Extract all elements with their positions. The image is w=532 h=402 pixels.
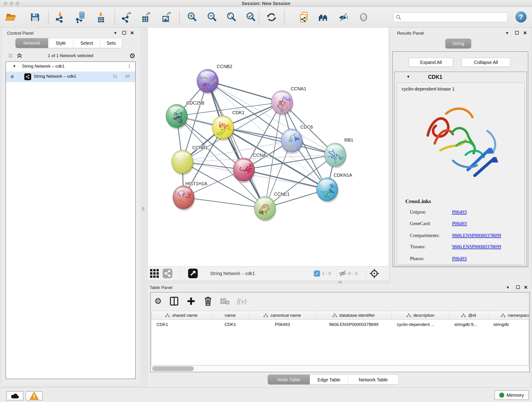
- collapse-all-button[interactable]: Collapse All: [462, 58, 510, 67]
- network-style-button[interactable]: [162, 267, 172, 280]
- graph-node-CDK1[interactable]: CDK1: [212, 110, 244, 141]
- node-label: CCNA1: [291, 86, 306, 91]
- tab-edge-table[interactable]: Edge Table: [310, 375, 348, 385]
- show-hide-graphics-button[interactable]: [337, 11, 350, 24]
- zoom-fit-button[interactable]: [225, 11, 238, 24]
- selected-checkbox[interactable]: ✓: [314, 267, 320, 280]
- column-header[interactable]: shared name: [152, 311, 211, 319]
- column-header[interactable]: description: [392, 311, 449, 319]
- horizontal-scrollbar[interactable]: [151, 365, 529, 372]
- column-header[interactable]: @id: [449, 311, 488, 319]
- zoom-in-button[interactable]: [186, 11, 198, 24]
- panel-close-icon[interactable]: ✕: [523, 31, 527, 35]
- tab-network[interactable]: Network: [16, 38, 48, 48]
- panel-float-icon[interactable]: [122, 31, 126, 35]
- graph-node-RB1[interactable]: RB1: [324, 138, 353, 169]
- tab-node-table[interactable]: Node Table: [268, 375, 310, 385]
- network-selected-info: 1 of 1 Network selected: [6, 53, 136, 58]
- preferred-layout-button[interactable]: [317, 11, 330, 24]
- crosslink-link[interactable]: P06493: [452, 221, 467, 226]
- clone-network-button[interactable]: [298, 11, 311, 24]
- panel-close-icon[interactable]: ✕: [524, 285, 528, 290]
- crosslink-link[interactable]: 9606.ENSP00000378699: [452, 244, 501, 249]
- tree-expand-icon[interactable]: ▼: [13, 64, 16, 68]
- tab-string[interactable]: String: [445, 39, 471, 48]
- create-column-button[interactable]: [185, 296, 197, 307]
- show-columns-button[interactable]: [168, 296, 180, 307]
- panel-close-icon[interactable]: ✕: [130, 31, 134, 35]
- zoom-out-button[interactable]: [206, 11, 218, 24]
- splitter-handle[interactable]: [142, 207, 144, 211]
- memory-button[interactable]: Memory: [494, 390, 529, 400]
- scrollbar-thumb[interactable]: [152, 366, 194, 371]
- node-table[interactable]: shared name name canonical name database…: [151, 311, 529, 365]
- string-network-graph[interactable]: CCNB2CCNA1CDC25BCDK1CDC6RB1CCNB1CCNA2CDK…: [148, 27, 389, 266]
- grid-view-button[interactable]: [150, 267, 159, 280]
- save-session-button[interactable]: [28, 11, 41, 24]
- import-network-button[interactable]: [54, 11, 66, 24]
- import-database-button[interactable]: [74, 11, 87, 24]
- export-network-button[interactable]: [120, 11, 133, 24]
- toolbar-separator: [114, 10, 115, 24]
- cell-description: cyclin-dependent ...: [392, 320, 449, 329]
- cloud-status-button[interactable]: [6, 391, 23, 400]
- column-header[interactable]: database identifier: [316, 311, 392, 319]
- apply-layout-button[interactable]: [265, 11, 278, 24]
- panel-menu-icon[interactable]: ▼: [505, 31, 509, 35]
- import-table-icon: [95, 11, 107, 23]
- help-button[interactable]: ?: [515, 12, 526, 22]
- node-label: CCNE1: [274, 191, 290, 197]
- delete-table-button-disabled: [219, 296, 231, 307]
- network-collection-row[interactable]: ▼ String Network – cdk1 1: [6, 62, 135, 71]
- node-entry-header[interactable]: ▼ CDK1: [394, 72, 526, 82]
- table-row[interactable]: CDK1 CDK1 P06493 9606.ENSP00000378699 cy…: [152, 320, 529, 329]
- birdseye-toggle-button[interactable]: [369, 267, 380, 280]
- expand-all-button[interactable]: Expand All: [409, 58, 453, 67]
- tab-sets[interactable]: Sets: [100, 38, 122, 48]
- network-row-selected[interactable]: String Network – cdk1 11 48: [6, 71, 135, 82]
- hidden-toggle[interactable]: [338, 267, 347, 280]
- graph-node-CDC25B[interactable]: CDC25B: [166, 100, 204, 129]
- collapse-entry-icon[interactable]: ▼: [406, 75, 410, 79]
- crosslink-link[interactable]: P06493: [452, 256, 467, 262]
- collection-label: String Network – cdk1: [22, 64, 65, 69]
- panel-menu-icon[interactable]: ▼: [506, 286, 510, 289]
- crosslink-link[interactable]: P06493: [452, 209, 467, 215]
- graph-node-HIST1H1A[interactable]: HIST1H1A: [173, 181, 207, 211]
- panel-float-icon[interactable]: [515, 31, 519, 35]
- gear-icon[interactable]: ⚙: [129, 52, 135, 60]
- delete-column-button[interactable]: [202, 296, 214, 307]
- panel-menu-icon[interactable]: ▼: [114, 31, 117, 35]
- graph-node-CDKN1A[interactable]: CDKN1A: [317, 172, 352, 208]
- open-session-button[interactable]: [4, 11, 17, 24]
- node-entry-group: ▼ CDK1 cyclin-dependent kinase 1: [394, 71, 527, 266]
- tab-select[interactable]: Select: [73, 38, 100, 48]
- export-table-button[interactable]: [139, 11, 152, 24]
- splitter-handle[interactable]: [338, 281, 342, 283]
- network-canvas[interactable]: CCNB2CCNA1CDC25BCDK1CDC6RB1CCNB1CCNA2CDK…: [148, 27, 389, 266]
- graph-node-CCNB2[interactable]: CCNB2: [196, 64, 232, 95]
- node-label: CCNB2: [217, 64, 232, 69]
- tab-style[interactable]: Style: [48, 38, 73, 48]
- panel-float-icon[interactable]: [516, 285, 520, 289]
- results-panel: Results Panel ▼ ✕ String Expand All Coll…: [391, 27, 530, 284]
- search-input[interactable]: [393, 12, 508, 22]
- zoom-fit-icon: [225, 11, 237, 23]
- node-label: CDK1: [232, 110, 244, 115]
- open-in-browser-button[interactable]: [188, 267, 198, 280]
- main-toolbar: ?: [0, 7, 532, 27]
- import-table-button[interactable]: [94, 11, 107, 24]
- table-settings-button[interactable]: ⚙: [152, 296, 164, 307]
- table-header-row: shared name name canonical name database…: [152, 311, 529, 320]
- column-header[interactable]: namespace: [488, 311, 529, 319]
- graph-node-CCNB1[interactable]: CCNB1: [172, 145, 208, 175]
- export-image-button[interactable]: [160, 11, 173, 24]
- birdseye-view-button[interactable]: [357, 11, 370, 24]
- column-header[interactable]: canonical name: [249, 311, 316, 319]
- crosslink-link[interactable]: 9606.ENSP00000378699: [452, 233, 501, 238]
- column-header[interactable]: name: [211, 311, 249, 319]
- warnings-button[interactable]: [26, 391, 43, 400]
- tab-network-table[interactable]: Network Table: [348, 375, 399, 385]
- zoom-selected-button[interactable]: [244, 11, 257, 24]
- graph-node-CCNA1[interactable]: CCNA1: [271, 86, 306, 116]
